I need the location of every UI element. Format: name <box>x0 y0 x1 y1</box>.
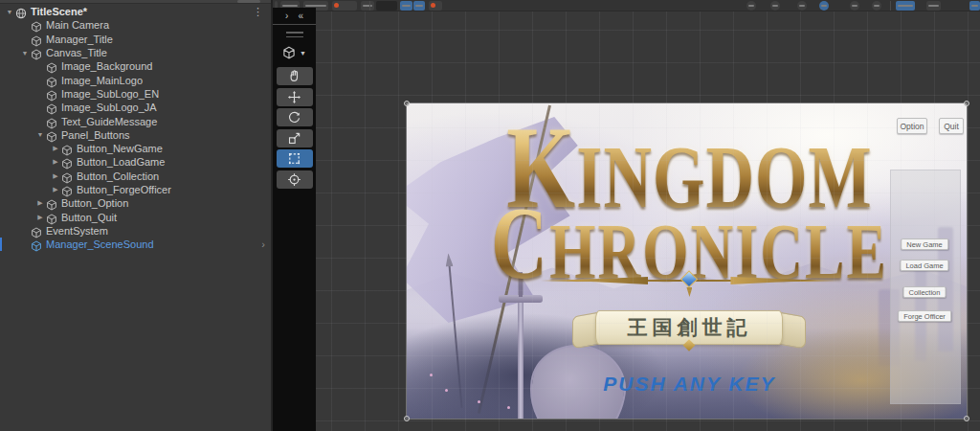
tree-arrow-icon[interactable]: ▶ <box>34 199 46 207</box>
tool-settings-dropdown[interactable]: ▼ <box>273 44 316 61</box>
tree-arrow-icon[interactable]: ▶ <box>50 145 61 152</box>
effects-button[interactable] <box>429 1 442 11</box>
hierarchy-item[interactable]: ▼ Panel_Buttons <box>0 128 271 142</box>
audio-toggle-button[interactable] <box>332 1 357 11</box>
flower-art <box>430 374 433 376</box>
gizmo-3d-button[interactable] <box>413 1 425 11</box>
hierarchy-item[interactable]: Manager_SceneSound › <box>0 238 271 251</box>
hierarchy-item[interactable]: ▶ Button_Quit <box>0 210 271 223</box>
hierarchy-item[interactable]: ▼ Canvas_Title <box>0 46 271 59</box>
hierarchy-item-label: Button_Collection <box>77 170 159 182</box>
rect-handle[interactable] <box>404 416 410 421</box>
gameobject-cube-icon <box>46 197 57 209</box>
hierarchy-item-label: Image_Background <box>61 60 152 72</box>
snap-dropdown[interactable] <box>361 1 374 11</box>
hierarchy-item[interactable]: ▶ Button_NewGame <box>0 142 271 155</box>
overlay-icon[interactable] <box>872 1 881 11</box>
transform-tool-button[interactable] <box>277 170 313 189</box>
rect-handle[interactable] <box>404 101 410 106</box>
scale-tool-button[interactable] <box>277 129 313 147</box>
hierarchy-item-label: Main Camera <box>46 19 109 31</box>
hierarchy-item[interactable]: ▶ Button_Option <box>0 196 271 210</box>
hierarchy-item[interactable]: Main Camera <box>0 18 271 32</box>
new-game-button[interactable]: New Game <box>901 238 948 250</box>
logo-divider-ornament <box>541 272 837 297</box>
hierarchy-item-label: Button_Quit <box>61 212 117 223</box>
expand-panel-icon[interactable]: › <box>285 11 288 21</box>
rect-tool-button[interactable] <box>277 149 313 168</box>
separator <box>369 1 370 11</box>
tree-arrow-icon[interactable]: ▶ <box>50 186 61 193</box>
gizmo-2d-button[interactable] <box>400 1 412 11</box>
audio-icon[interactable] <box>797 1 807 11</box>
hierarchy-item[interactable]: ▶ Button_Collection <box>0 170 271 183</box>
hierarchy-item[interactable]: Image_SubLogo_JA <box>0 101 271 114</box>
gem-icon <box>680 270 698 287</box>
scene-view-toolbar <box>273 0 980 11</box>
overlay-drag-handle[interactable] <box>286 32 303 37</box>
hand-tool-button[interactable] <box>277 67 313 85</box>
close-button[interactable] <box>926 1 941 11</box>
collection-button[interactable]: Collection <box>903 286 947 298</box>
hierarchy-scene-row[interactable]: ▼ TitleScene* ⋮ <box>0 5 271 18</box>
hierarchy-item[interactable]: Manager_Title <box>0 33 271 46</box>
scene-viewport[interactable]: KINGDOM CHRONICLE 王国創世記 PUSH ANY KEY <box>316 11 980 431</box>
maximize-button[interactable] <box>969 1 980 11</box>
sub-logo-ribbon: 王国創世記 <box>595 310 783 345</box>
gameobject-cube-icon <box>31 19 42 31</box>
overlays-button[interactable] <box>896 1 915 11</box>
prefab-open-chevron-icon[interactable]: › <box>261 238 265 251</box>
tree-arrow-icon[interactable]: ▶ <box>34 214 46 221</box>
fx-icon[interactable] <box>819 1 829 11</box>
hierarchy-items: Main Camera Manager_Title ▼ Canvas_Title… <box>0 18 271 251</box>
kebab-menu-icon[interactable]: ⋮ <box>253 5 263 18</box>
cube-icon <box>282 46 296 59</box>
scene-view-region: › « ▼ <box>273 0 980 431</box>
hierarchy-item[interactable]: ▶ Button_LoadGame <box>0 155 271 169</box>
hierarchy-scrollbar-thumb[interactable] <box>237 0 260 3</box>
hierarchy-item[interactable]: Image_SubLogo_EN <box>0 87 271 101</box>
rect-handle[interactable] <box>964 416 969 421</box>
hierarchy-item[interactable]: Image_Background <box>0 59 271 73</box>
scene-icon <box>15 6 27 17</box>
forge-officer-button[interactable]: Forge Officer <box>898 310 951 322</box>
gameobject-cube-icon <box>31 47 42 58</box>
gameobject-cube-icon <box>46 212 57 223</box>
guide-message: PUSH ANY KEY <box>603 373 775 396</box>
collapse-arrow-icon[interactable]: ▼ <box>4 9 15 15</box>
hierarchy-item[interactable]: Image_MainLogo <box>0 73 271 86</box>
search-box[interactable] <box>376 1 397 11</box>
hierarchy-item[interactable]: ▶ Button_ForgeOfficer <box>0 183 271 196</box>
rotate-tool-button[interactable] <box>277 108 313 126</box>
option-button[interactable]: Option <box>897 118 927 134</box>
hierarchy-item[interactable]: EventSystem <box>0 224 271 238</box>
gameobject-cube-icon <box>61 156 73 168</box>
tree-arrow-icon[interactable]: ▶ <box>50 172 61 180</box>
tree-arrow-icon[interactable]: ▼ <box>19 50 31 57</box>
gameobject-cube-icon <box>46 116 57 127</box>
gameobject-cube-icon <box>61 143 73 154</box>
unity-editor-window: ▼ TitleScene* ⋮ Main Camera Manager_Titl… <box>0 0 980 431</box>
rect-handle[interactable] <box>964 101 969 106</box>
gameobject-cube-icon <box>46 88 57 100</box>
hierarchy-item-label: Manager_SceneSound <box>46 238 154 250</box>
hierarchy-item[interactable]: Text_GuideMessage <box>0 114 271 127</box>
hierarchy-item-label: Text_GuideMessage <box>61 116 157 127</box>
gameobject-cube-icon <box>31 238 42 250</box>
collapse-panel-icon[interactable]: « <box>298 11 303 21</box>
gameobject-cube-icon <box>31 34 42 45</box>
load-game-button[interactable]: Load Game <box>900 260 948 271</box>
hidden-icon[interactable] <box>850 1 859 11</box>
scene-name: TitleScene* <box>31 6 87 17</box>
game-canvas: KINGDOM CHRONICLE 王国創世記 PUSH ANY KEY <box>407 103 967 419</box>
tree-arrow-icon[interactable]: ▼ <box>34 131 46 138</box>
gameobject-cube-icon <box>46 129 57 141</box>
camera-icon[interactable] <box>746 1 756 11</box>
separator <box>890 1 891 11</box>
hierarchy-item-label: Image_SubLogo_JA <box>61 102 157 113</box>
quit-button[interactable]: Quit <box>939 118 964 134</box>
move-tool-button[interactable] <box>277 88 313 106</box>
tree-arrow-icon[interactable]: ▶ <box>50 158 61 166</box>
hierarchy-item-label: EventSystem <box>46 225 108 237</box>
light-icon[interactable] <box>770 1 780 11</box>
